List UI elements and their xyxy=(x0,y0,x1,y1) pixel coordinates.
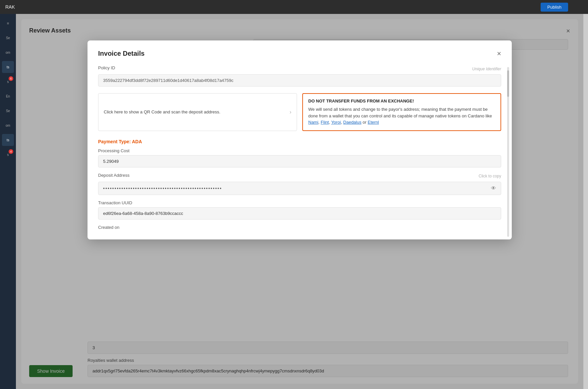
left-sidebar: ≡ Se om ts s 6 En Se om ts s 4 xyxy=(0,14,16,389)
policy-id-value: 3559a222794df3dd8f72e289711d60de1d40617a… xyxy=(98,74,501,87)
warning-link-nami[interactable]: Nami xyxy=(308,120,318,125)
unique-identifier-label: Unique Identifier xyxy=(472,67,501,71)
invoice-header: Invoice Details × xyxy=(98,50,501,57)
transaction-uuid-section: Transaction UUID ed6f26ea-6a68-458a-8a90… xyxy=(98,200,501,220)
click-to-copy-label: Click to copy xyxy=(479,174,501,178)
main-content: Review Assets × infs://QmaiindYSuMaonRtX… xyxy=(16,14,583,389)
transaction-uuid-value: ed6f26ea-6a68-458a-8a90-8763b9ccaccc xyxy=(98,207,501,220)
invoice-overlay: Invoice Details × Policy ID Unique Ident… xyxy=(16,14,583,389)
processing-cost-section: Processing Cost 5.29049 xyxy=(98,148,501,167)
created-on-label: Created on xyxy=(98,225,501,230)
sidebar-icon-se2[interactable]: Se xyxy=(2,105,14,117)
warning-text-main: We will send all tokens and change to th… xyxy=(308,107,492,118)
deposit-address-header: Deposit Address Click to copy xyxy=(98,173,501,180)
right-scrollbar[interactable] xyxy=(583,14,588,389)
warning-text: We will send all tokens and change to th… xyxy=(308,106,495,126)
sidebar-icon-om2[interactable]: om xyxy=(2,119,14,131)
qr-code-button[interactable]: Click here to show a QR Code and scan th… xyxy=(98,93,297,131)
sidebar-icon-en[interactable]: En xyxy=(2,90,14,102)
invoice-modal: Invoice Details × Policy ID Unique Ident… xyxy=(88,40,512,239)
deposit-address-field: ••••••••••••••••••••••••••••••••••••••••… xyxy=(98,182,501,195)
sidebar-icon-ts2[interactable]: ts xyxy=(2,134,14,146)
policy-id-label-row: Policy ID Unique Identifier xyxy=(98,65,501,72)
app-background: RAK Publish ≡ Se om ts s 6 En Se om ts s… xyxy=(0,0,588,389)
sidebar-icon-se[interactable]: Se xyxy=(2,32,14,44)
publish-button[interactable]: Publish xyxy=(541,3,568,12)
warning-link-daedalus[interactable]: Daedalus xyxy=(343,120,362,125)
qr-code-label: Click here to show a QR Code and scan th… xyxy=(104,109,220,114)
warning-box: DO NOT TRANSFER FUNDS FROM AN EXCHANGE! … xyxy=(302,93,501,131)
sidebar-icon-s[interactable]: s 6 xyxy=(2,76,14,88)
policy-id-label: Policy ID xyxy=(98,65,115,70)
sidebar-icon-menu[interactable]: ≡ xyxy=(2,17,14,29)
warning-link-flint[interactable]: Flint xyxy=(321,120,329,125)
transaction-uuid-label: Transaction UUID xyxy=(98,200,501,205)
sidebar-icon-om[interactable]: om xyxy=(2,46,14,58)
warning-link-eternl[interactable]: Eternl xyxy=(368,120,379,125)
invoice-scrollbar[interactable] xyxy=(507,67,509,237)
sidebar-icon-s2[interactable]: s 4 xyxy=(2,149,14,161)
chevron-right-icon: › xyxy=(290,109,291,115)
app-topbar: RAK Publish xyxy=(0,0,588,14)
deposit-address-section: Deposit Address Click to copy ••••••••••… xyxy=(98,173,501,195)
eye-icon[interactable]: 👁 xyxy=(491,185,496,191)
deposit-address-label: Deposit Address xyxy=(98,173,130,178)
warning-or-text: or xyxy=(363,120,368,125)
invoice-close-button[interactable]: × xyxy=(497,50,501,57)
sidebar-icon-ts[interactable]: ts xyxy=(2,61,14,73)
warning-link-yoroi[interactable]: Yoroi xyxy=(331,120,341,125)
payment-type-label: Payment Type: ADA xyxy=(98,139,501,144)
qr-warning-row: Click here to show a QR Code and scan th… xyxy=(98,93,501,131)
invoice-scrollbar-thumb xyxy=(507,70,509,97)
processing-cost-label: Processing Cost xyxy=(98,148,501,153)
app-title: RAK xyxy=(5,4,15,10)
invoice-title: Invoice Details xyxy=(98,50,145,57)
deposit-address-masked: ••••••••••••••••••••••••••••••••••••••••… xyxy=(103,186,222,191)
warning-title: DO NOT TRANSFER FUNDS FROM AN EXCHANGE! xyxy=(308,98,495,103)
processing-cost-value: 5.29049 xyxy=(98,155,501,167)
policy-id-section: Policy ID Unique Identifier 3559a222794d… xyxy=(98,65,501,87)
created-on-section: Created on xyxy=(98,225,501,230)
